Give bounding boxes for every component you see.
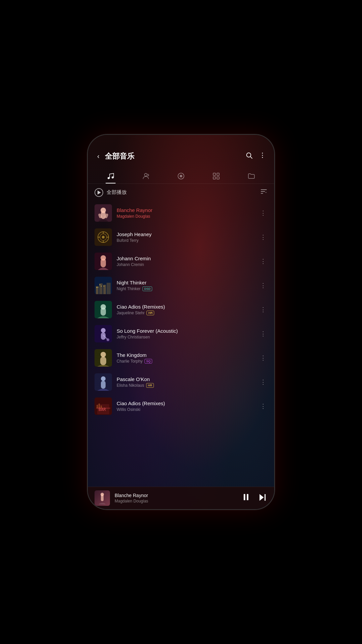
- song-thumbnail: [95, 349, 112, 367]
- search-icon[interactable]: [245, 152, 253, 161]
- play-all-button[interactable]: [95, 188, 103, 197]
- song-subtitle: Jeffry Christiansen: [117, 335, 254, 339]
- song-more-button[interactable]: ⋮: [259, 352, 267, 364]
- svg-rect-11: [213, 173, 216, 175]
- song-artist: Magdalen Douglas: [117, 214, 150, 219]
- song-artist: Willis Osinski: [117, 407, 140, 412]
- song-item[interactable]: Blanche Raynor Magdalen Douglas ⋮: [90, 201, 272, 225]
- song-thumbnail: [95, 204, 112, 222]
- svg-point-27: [102, 236, 105, 238]
- song-info: Ciao Adios (Remixes) Jaqueline Stehr HR: [117, 304, 254, 315]
- song-subtitle: Jaqueline Stehr HR: [117, 311, 254, 315]
- svg-rect-14: [217, 177, 219, 179]
- svg-rect-65: [101, 406, 102, 408]
- song-info: The Kingdom Charlie Torphy SQ: [117, 352, 254, 364]
- song-thumbnail: [95, 373, 112, 391]
- song-artist: Buford Terry: [117, 238, 138, 243]
- song-thumbnail: [95, 325, 112, 342]
- song-title: Joseph Heaney: [117, 231, 254, 237]
- sort-button[interactable]: [260, 188, 267, 197]
- svg-point-68: [101, 493, 104, 496]
- song-more-button[interactable]: ⋮: [259, 255, 267, 268]
- song-thumbnail: [95, 228, 112, 246]
- song-item[interactable]: The Kingdom Charlie Torphy SQ ⋮: [90, 346, 272, 370]
- song-thumbnail: [95, 301, 112, 318]
- svg-rect-41: [98, 287, 98, 288]
- svg-rect-13: [213, 177, 216, 179]
- song-more-button[interactable]: ⋮: [259, 279, 267, 292]
- svg-rect-39: [107, 283, 111, 294]
- svg-rect-43: [101, 286, 102, 286]
- tab-artists[interactable]: [136, 169, 155, 183]
- svg-point-4: [262, 157, 263, 158]
- quality-badge: DSD: [142, 286, 152, 291]
- tab-songs[interactable]: [101, 169, 120, 183]
- song-title: Ciao Adios (Remixes): [117, 400, 254, 406]
- song-item[interactable]: Night Thinker Night Thinker DSD ⋮: [90, 273, 272, 298]
- back-button[interactable]: ‹: [96, 151, 101, 161]
- song-item[interactable]: Johann Cremin Johann Cremin ⋮: [90, 249, 272, 273]
- song-title: The Kingdom: [117, 352, 254, 358]
- song-artist: Jeffry Christiansen: [117, 335, 150, 339]
- play-all-bar: 全部播放: [88, 184, 274, 201]
- svg-marker-71: [259, 494, 264, 501]
- song-artist: Jaqueline Stehr: [117, 311, 144, 315]
- song-subtitle: Magdalen Douglas: [117, 214, 254, 219]
- svg-rect-70: [247, 494, 248, 500]
- svg-rect-12: [217, 173, 219, 175]
- song-title: Blanche Raynor: [117, 207, 254, 213]
- song-item[interactable]: So Long Forever (Acoustic) Jeffry Christ…: [90, 322, 272, 346]
- quality-badge: HR: [146, 383, 154, 388]
- svg-point-21: [101, 208, 106, 213]
- song-list: Blanche Raynor Magdalen Douglas ⋮ Joseph…: [88, 201, 274, 487]
- mini-player-info: Blanche Raynor Magdalen Douglas: [115, 493, 237, 503]
- svg-point-47: [101, 304, 106, 310]
- next-button[interactable]: [257, 492, 267, 504]
- song-info: Ciao Adios (Remixes) Willis Osinski: [117, 400, 254, 412]
- svg-rect-44: [104, 286, 104, 286]
- svg-rect-55: [100, 357, 106, 365]
- song-subtitle: Elisha Nikolaus HR: [117, 383, 254, 388]
- song-title: Pascale O'Kon: [117, 376, 254, 382]
- song-item[interactable]: Ciao Adios (Remixes) Jaqueline Stehr HR …: [90, 298, 272, 322]
- mini-player-thumb: [95, 490, 110, 506]
- song-more-button[interactable]: ⋮: [259, 231, 267, 244]
- song-more-button[interactable]: ⋮: [259, 400, 267, 413]
- svg-line-1: [250, 157, 252, 158]
- song-title: Johann Cremin: [117, 256, 254, 261]
- svg-rect-63: [97, 405, 98, 408]
- song-more-button[interactable]: ⋮: [259, 327, 267, 340]
- svg-point-57: [101, 376, 106, 381]
- song-more-button[interactable]: ⋮: [259, 303, 267, 316]
- svg-rect-58: [101, 381, 106, 389]
- mini-player[interactable]: Blanche Raynor Magdalen Douglas: [88, 487, 274, 509]
- quality-badge: SQ: [144, 359, 152, 364]
- song-title: So Long Forever (Acoustic): [117, 328, 254, 334]
- play-all-label: 全部播放: [107, 189, 257, 196]
- tab-library[interactable]: [207, 169, 226, 183]
- tab-albums[interactable]: [172, 169, 190, 183]
- mini-player-artist: Magdalen Douglas: [115, 499, 237, 503]
- song-item[interactable]: BAR Ciao Adios (Remixes) Willis Osinski …: [90, 394, 272, 418]
- song-subtitle: Willis Osinski: [117, 407, 254, 412]
- song-artist: Elisha Nikolaus: [117, 383, 144, 388]
- song-more-button[interactable]: ⋮: [259, 376, 267, 388]
- mini-player-controls: [241, 492, 267, 504]
- pause-button[interactable]: [241, 492, 251, 504]
- tab-folders[interactable]: [242, 169, 261, 183]
- song-thumbnail: [95, 277, 112, 294]
- nav-tabs: [88, 167, 274, 184]
- header-actions: [245, 152, 266, 161]
- song-artist: Johann Cremin: [117, 262, 144, 267]
- more-icon[interactable]: [259, 152, 266, 161]
- mini-player-title: Blanche Raynor: [115, 493, 237, 498]
- header: ‹ 全部音乐: [88, 135, 274, 167]
- svg-rect-69: [244, 494, 245, 500]
- song-item[interactable]: Joseph Heaney Buford Terry ⋮: [90, 225, 272, 249]
- svg-rect-64: [99, 404, 100, 408]
- song-subtitle: Johann Cremin: [117, 262, 254, 267]
- song-item[interactable]: Pascale O'Kon Elisha Nikolaus HR ⋮: [90, 370, 272, 394]
- svg-point-6: [112, 176, 114, 178]
- song-more-button[interactable]: ⋮: [259, 207, 267, 219]
- song-subtitle: Buford Terry: [117, 238, 254, 243]
